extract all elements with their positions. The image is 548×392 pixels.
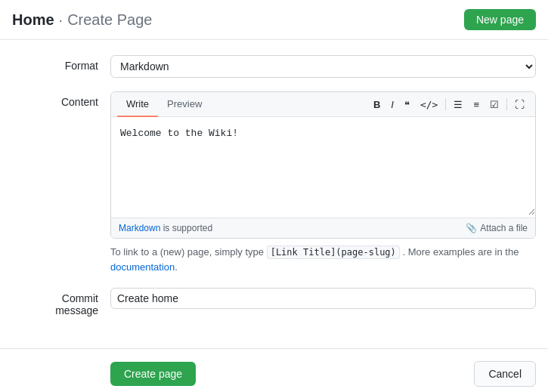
documentation-link[interactable]: documentation (110, 261, 175, 273)
attach-file-button[interactable]: 📎 Attach a file (466, 223, 528, 233)
toolbar-separator-2 (506, 98, 507, 110)
bold-button[interactable]: B (369, 97, 385, 113)
form-body: Format Markdown AsciiDoc RDoc Content Wr… (0, 40, 548, 345)
content-row: Content Write Preview B I ❝ </> ☰ (12, 91, 536, 274)
italic-button[interactable]: I (386, 97, 398, 113)
link-hint: To link to a (new) page, simply type [Li… (110, 245, 536, 274)
commit-label: Commit message (12, 288, 110, 316)
markdown-note: Markdown is supported (119, 223, 212, 233)
editor-tabs: Write Preview (117, 92, 211, 116)
commit-control (110, 288, 536, 309)
editor-toolbar: B I ❝ </> ☰ ≡ ☑ ⛶ (369, 94, 529, 116)
content-textarea[interactable]: Welcome to the Wiki! (111, 117, 535, 215)
code-button[interactable]: </> (416, 97, 442, 113)
commit-message-row: Commit message (12, 288, 536, 316)
fullscreen-button[interactable]: ⛶ (510, 97, 529, 113)
cancel-button[interactable]: Cancel (474, 361, 536, 387)
form-actions: Create page Cancel (0, 348, 548, 392)
task-list-button[interactable]: ☑ (485, 97, 503, 113)
ordered-list-button[interactable]: ≡ (469, 97, 484, 113)
breadcrumb: Home · Create Page (12, 11, 152, 29)
content-label: Content (12, 91, 110, 108)
commit-input[interactable] (110, 288, 536, 309)
page-header: Home · Create Page New page (0, 0, 548, 40)
toolbar-separator-1 (445, 98, 446, 110)
breadcrumb-home: Home (12, 11, 54, 29)
create-page-button[interactable]: Create page (110, 362, 196, 386)
content-control: Write Preview B I ❝ </> ☰ ≡ ☑ ⛶ (110, 91, 536, 274)
quote-button[interactable]: ❝ (400, 97, 414, 113)
editor-tabs-row: Write Preview B I ❝ </> ☰ ≡ ☑ ⛶ (111, 92, 535, 117)
tab-write[interactable]: Write (117, 92, 158, 117)
format-row: Format Markdown AsciiDoc RDoc (12, 55, 536, 78)
editor-footer: Markdown is supported 📎 Attach a file (111, 218, 535, 238)
breadcrumb-current: Create Page (67, 11, 152, 29)
tab-preview[interactable]: Preview (158, 92, 211, 117)
paperclip-icon: 📎 (466, 223, 477, 233)
markdown-link[interactable]: Markdown (119, 223, 160, 233)
format-select[interactable]: Markdown AsciiDoc RDoc (110, 55, 536, 78)
format-control: Markdown AsciiDoc RDoc (110, 55, 536, 78)
breadcrumb-sep: · (59, 11, 63, 29)
editor-container: Write Preview B I ❝ </> ☰ ≡ ☑ ⛶ (110, 91, 536, 239)
link-hint-code: [Link Title](page-slug) (267, 245, 400, 259)
unordered-list-button[interactable]: ☰ (449, 97, 467, 113)
format-label: Format (12, 55, 110, 72)
new-page-button[interactable]: New page (464, 9, 536, 30)
